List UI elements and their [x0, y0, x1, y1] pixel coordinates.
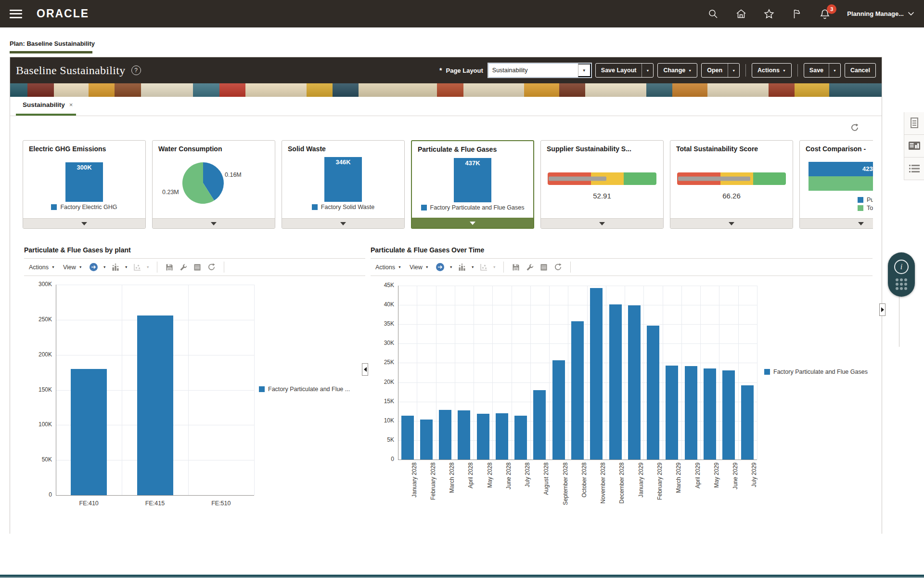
bar[interactable]	[704, 368, 716, 460]
bar[interactable]	[458, 410, 470, 460]
notifications-bell-icon[interactable]: 3	[819, 8, 831, 20]
infotile-expand-button[interactable]	[282, 218, 404, 228]
bar[interactable]	[137, 315, 173, 495]
user-menu[interactable]: Planning Manage...	[847, 10, 914, 17]
chart-format-caret[interactable]: ▼	[125, 265, 128, 269]
page-tab-plan[interactable]: Plan: Baseline Sustainability	[10, 40, 95, 47]
panel-expand-handle[interactable]	[879, 303, 886, 316]
bar[interactable]	[496, 413, 508, 460]
infotile-card[interactable]: Total Sustainability Score66.26	[670, 140, 793, 229]
table-view-icon[interactable]	[192, 263, 202, 272]
infotile-expand-button[interactable]	[412, 218, 533, 228]
page-layout-value[interactable]: Sustainability	[488, 64, 578, 77]
drill-icon[interactable]	[89, 263, 99, 272]
over-time-plot: 05K10K15K20K25K30K35K40K45KJanuary 2028F…	[371, 276, 873, 516]
info-panel-pill[interactable]: i	[888, 252, 915, 297]
bar[interactable]	[533, 390, 546, 460]
chart-view-menu[interactable]: View▼	[408, 264, 431, 271]
hbar-bar[interactable]	[808, 176, 873, 191]
infotile-card[interactable]: Electric GHG Emissions300KFactory Electr…	[23, 140, 146, 229]
home-icon[interactable]	[735, 8, 747, 20]
document-view-icon[interactable]	[904, 112, 924, 135]
chart-format-icon[interactable]	[111, 263, 120, 272]
header-separator	[797, 64, 798, 77]
refresh-icon[interactable]	[850, 123, 860, 134]
help-icon[interactable]: ?	[131, 66, 141, 75]
chart-refresh-icon[interactable]	[206, 263, 217, 272]
open-button[interactable]: Open ▼	[701, 63, 740, 78]
infotile-card[interactable]: Cost Comparison - 423Purchasing CosTotal…	[799, 140, 873, 229]
save-button[interactable]: Save ▼	[804, 63, 841, 78]
bar[interactable]	[628, 305, 641, 460]
infotile-expand-button[interactable]	[541, 218, 663, 228]
export-icon[interactable]	[165, 263, 174, 272]
save-layout-dropdown[interactable]: ▼	[642, 64, 653, 77]
panel-collapse-handle[interactable]	[362, 363, 368, 376]
mini-bar[interactable]: 437K	[454, 158, 491, 202]
hbar-bar[interactable]: 423	[808, 162, 873, 176]
drill-icon[interactable]	[435, 263, 445, 272]
bar[interactable]	[514, 416, 527, 460]
infotile-card[interactable]: Particulate & Flue Gases437KFactory Part…	[411, 140, 534, 229]
navigation-menu-icon[interactable]	[10, 10, 22, 18]
list-view-icon[interactable]	[904, 158, 924, 180]
bar[interactable]	[439, 410, 451, 460]
drill-caret[interactable]: ▼	[449, 265, 453, 269]
chart-view-menu[interactable]: View▼	[61, 264, 84, 271]
chart-actions-menu[interactable]: Actions▼	[373, 264, 403, 271]
mini-bar[interactable]: 300K	[65, 162, 103, 202]
infotile-view-icon[interactable]	[904, 135, 924, 158]
infotile-expand-button[interactable]	[670, 218, 793, 228]
infotile-expand-button[interactable]	[23, 218, 145, 228]
bar[interactable]	[401, 416, 414, 460]
bar[interactable]	[420, 420, 433, 460]
bar[interactable]	[477, 414, 489, 460]
close-tab-icon[interactable]: ×	[69, 101, 73, 108]
save-layout-button[interactable]: Save Layout ▼	[595, 63, 654, 78]
bar[interactable]	[647, 326, 659, 460]
save-dropdown[interactable]: ▼	[829, 64, 840, 77]
bar[interactable]	[685, 366, 697, 460]
bar[interactable]	[590, 288, 603, 460]
gridline	[188, 285, 189, 495]
bar[interactable]	[552, 360, 565, 460]
bar[interactable]	[71, 369, 107, 495]
tools-wrench-icon[interactable]	[525, 263, 535, 272]
infotile-card[interactable]: Solid Waste346KFactory Solid Waste	[282, 140, 405, 229]
gauge-track[interactable]	[677, 172, 786, 185]
infotile-expand-button[interactable]	[153, 218, 275, 228]
screen: ORACLE 3 Planning Manage...	[0, 0, 924, 578]
export-icon[interactable]	[511, 263, 521, 272]
chart-actions-menu[interactable]: Actions▼	[27, 264, 57, 271]
top-bar: ORACLE 3 Planning Manage...	[0, 0, 924, 27]
tools-wrench-icon[interactable]	[179, 263, 188, 272]
y-axis-tick-label: 250K	[27, 316, 52, 323]
bar[interactable]	[609, 304, 622, 460]
tab-sustainability[interactable]: Sustainability ×	[23, 101, 73, 108]
gauge-track[interactable]	[548, 172, 656, 185]
change-button[interactable]: Change▼	[657, 63, 697, 78]
bar[interactable]	[666, 366, 678, 460]
actions-button[interactable]: Actions▼	[752, 63, 792, 78]
infotile-card[interactable]: Supplier Sustainability S...52.91	[540, 140, 664, 229]
page-layout-label: Page Layout	[446, 67, 483, 74]
infotile-card[interactable]: Water Consumption0.16M0.23M	[152, 140, 275, 229]
watchlist-flag-icon[interactable]	[791, 8, 803, 20]
bar[interactable]	[741, 385, 754, 460]
cancel-button[interactable]: Cancel	[845, 63, 876, 78]
chart-format-icon[interactable]	[457, 263, 467, 272]
table-view-icon[interactable]	[539, 263, 549, 272]
open-dropdown[interactable]: ▼	[728, 64, 739, 77]
bar[interactable]	[722, 370, 735, 460]
page-layout-dropdown-button[interactable]: ▼	[578, 64, 591, 77]
chart-format-caret[interactable]: ▼	[471, 265, 475, 269]
legend-swatch	[259, 386, 265, 392]
drill-caret[interactable]: ▼	[103, 265, 106, 269]
favorites-star-icon[interactable]	[763, 8, 775, 20]
chart-refresh-icon[interactable]	[553, 263, 563, 272]
bar[interactable]	[571, 321, 584, 460]
pie-chart[interactable]	[182, 162, 224, 204]
infotile-expand-button[interactable]	[800, 218, 873, 228]
search-icon[interactable]	[707, 8, 719, 20]
mini-bar[interactable]: 346K	[324, 157, 362, 202]
